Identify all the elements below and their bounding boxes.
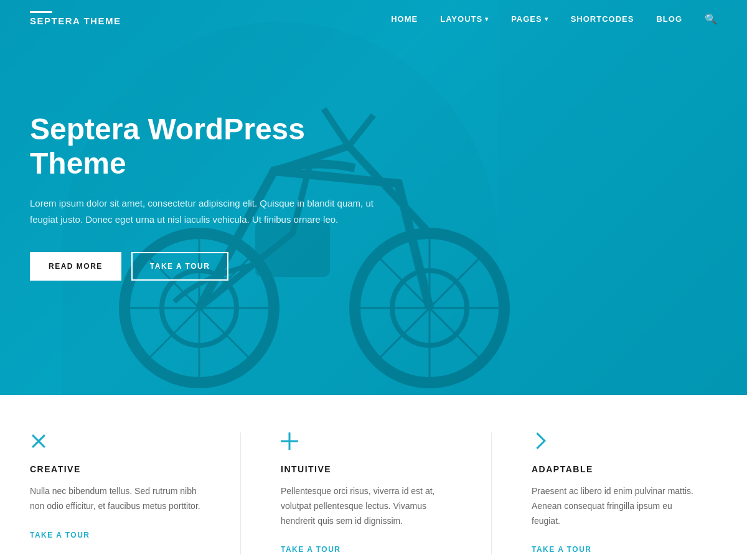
- features-section: CREATIVE Nulla nec bibendum tellus. Sed …: [0, 395, 747, 560]
- feature-creative: CREATIVE Nulla nec bibendum tellus. Sed …: [30, 432, 215, 554]
- creative-title: CREATIVE: [30, 464, 200, 474]
- adaptable-desc: Praesent ac libero id enim pulvinar matt…: [532, 484, 702, 528]
- creative-desc: Nulla nec bibendum tellus. Sed rutrum ni…: [30, 484, 200, 514]
- header: SEPTERA THEME HOME LAYOUTS ▾ PAGES ▾ SHO…: [0, 0, 747, 37]
- read-more-button[interactable]: READ MORE: [30, 252, 121, 281]
- hero-description: Lorem ipsum dolor sit amet, consectetur …: [30, 195, 391, 227]
- logo-line: [30, 11, 52, 13]
- intuitive-title: INTUITIVE: [281, 464, 451, 474]
- divider-1: [240, 432, 241, 554]
- logo[interactable]: SEPTERA THEME: [30, 11, 121, 26]
- intuitive-icon: [281, 432, 451, 453]
- divider-2: [491, 432, 492, 554]
- adaptable-title: ADAPTABLE: [532, 464, 702, 474]
- main-nav: HOME LAYOUTS ▾ PAGES ▾ SHORTCODES BLOG 🔍: [391, 13, 717, 25]
- nav-layouts[interactable]: LAYOUTS ▾: [440, 14, 489, 24]
- pages-arrow-icon: ▾: [545, 16, 548, 22]
- hero-buttons: READ MORE TAKE A TOUR: [30, 252, 393, 281]
- search-icon[interactable]: 🔍: [705, 13, 717, 25]
- intuitive-desc: Pellentesque orci risus, viverra id est …: [281, 484, 451, 528]
- intuitive-take-tour-link[interactable]: TAKE A TOUR: [281, 545, 341, 554]
- creative-icon: [30, 432, 200, 453]
- nav-home[interactable]: HOME: [391, 14, 418, 24]
- creative-take-tour-link[interactable]: TAKE A TOUR: [30, 531, 90, 539]
- feature-adaptable: ADAPTABLE Praesent ac libero id enim pul…: [517, 432, 717, 554]
- adaptable-take-tour-link[interactable]: TAKE A TOUR: [532, 545, 592, 554]
- nav-shortcodes[interactable]: SHORTCODES: [571, 14, 634, 24]
- nav-pages[interactable]: PAGES ▾: [511, 14, 548, 24]
- hero-section: Septera WordPress Theme Lorem ipsum dolo…: [0, 0, 747, 395]
- feature-intuitive: INTUITIVE Pellentesque orci risus, viver…: [266, 432, 466, 554]
- hero-title: Septera WordPress Theme: [30, 112, 393, 180]
- logo-text: SEPTERA THEME: [30, 16, 121, 26]
- plus-icon: [281, 432, 298, 450]
- chevron-icon: [532, 432, 545, 450]
- x-icon: [30, 432, 47, 450]
- nav-blog[interactable]: BLOG: [656, 14, 682, 24]
- take-tour-button[interactable]: TAKE A TOUR: [131, 252, 229, 281]
- adaptable-icon: [532, 432, 702, 453]
- hero-content: Septera WordPress Theme Lorem ipsum dolo…: [0, 0, 423, 318]
- layouts-arrow-icon: ▾: [485, 16, 489, 22]
